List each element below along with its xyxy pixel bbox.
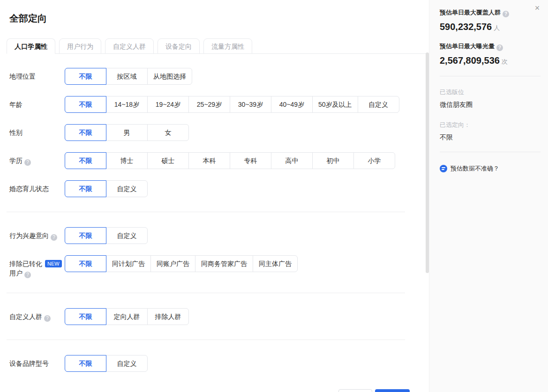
option-button[interactable]: 排除人群 (147, 308, 189, 325)
option-button[interactable]: 25~29岁 (188, 96, 230, 113)
chat-bubble-icon (440, 165, 447, 172)
help-icon[interactable]: ? (503, 11, 509, 17)
section-divider (7, 293, 405, 293)
option-button[interactable]: 不限 (65, 68, 106, 85)
row-geo-location: 地理位置 不限 按区域 从地图选择 (9, 68, 429, 85)
option-button[interactable]: 自定义 (106, 180, 148, 197)
tab-traffic-attributes[interactable]: 流量方属性 (203, 38, 252, 54)
section-divider (7, 212, 405, 212)
option-button[interactable]: 硕士 (147, 152, 189, 169)
option-button[interactable]: 40~49岁 (271, 96, 313, 113)
option-button[interactable]: 同主体广告 (253, 255, 298, 272)
close-icon[interactable]: × (532, 3, 542, 13)
row-label: 排除已转化NEW 用户? (9, 255, 65, 278)
metric-number: 2,567,809,536 (440, 55, 500, 66)
selected-targeting-label: 已选定向： (440, 121, 540, 129)
option-button[interactable]: 按区域 (106, 68, 148, 85)
option-button[interactable]: 本科 (188, 152, 230, 169)
row-custom-audience: 自定义人群? 不限 定向人群 排除人群 (9, 308, 429, 325)
option-button[interactable]: 14~18岁 (106, 96, 148, 113)
option-button[interactable]: 自定义 (106, 355, 148, 372)
option-button[interactable]: 男 (106, 124, 148, 141)
row-education: 学历? 不限 博士 硕士 本科 专科 高中 初中 小学 (9, 152, 429, 169)
metric-value: 2,567,809,536次 (440, 55, 540, 66)
row-exclude-converted: 排除已转化NEW 用户? 不限 同计划广告 同账户广告 同商务管家广告 同主体广… (9, 255, 429, 278)
section-divider (7, 340, 405, 340)
row-age: 年龄 不限 14~18岁 19~24岁 25~29岁 30~39岁 40~49岁… (9, 96, 429, 113)
device-brand-option-group: 不限 自定义 (65, 355, 148, 372)
help-icon[interactable]: ? (24, 159, 31, 166)
marital-option-group: 不限 自定义 (65, 180, 148, 197)
option-button[interactable]: 从地图选择 (147, 68, 192, 85)
option-button[interactable]: 自定义 (106, 227, 148, 244)
behavior-option-group: 不限 自定义 (65, 227, 148, 244)
option-button[interactable]: 女 (147, 124, 189, 141)
option-button[interactable]: 小学 (353, 152, 395, 169)
row-label: 婚恋育儿状态 (9, 180, 65, 197)
metric-number: 590,232,576 (440, 22, 492, 32)
option-button[interactable]: 不限 (65, 355, 106, 372)
option-button[interactable]: 不限 (65, 124, 106, 141)
row-behavior-interest: 行为兴趣意向? 不限 自定义 (9, 227, 429, 244)
metric-value: 590,232,576人 (440, 22, 540, 32)
option-button[interactable]: 高中 (271, 152, 313, 169)
metric-unit: 人 (494, 24, 500, 31)
metric-label: 预估单日最大覆盖人群? (440, 8, 540, 17)
selected-placement-value: 微信朋友圈 (440, 101, 540, 109)
metric-label-text: 预估单日最大曝光量 (440, 43, 495, 50)
row-label: 学历? (9, 152, 65, 169)
option-button[interactable]: 不限 (65, 96, 106, 113)
targeting-rows: 地理位置 不限 按区域 从地图选择 年龄 不限 14~18岁 19~24岁 25… (9, 68, 429, 372)
vertical-scrollbar[interactable] (426, 52, 429, 273)
row-label: 设备品牌型号 (9, 355, 65, 372)
coverage-metric: 预估单日最大覆盖人群? 590,232,576人 (440, 8, 540, 32)
exclude-converted-option-group: 不限 同计划广告 同账户广告 同商务管家广告 同主体广告 (65, 255, 298, 278)
geo-option-group: 不限 按区域 从地图选择 (65, 68, 192, 85)
selected-targeting-value: 不限 (440, 133, 540, 142)
sidebar-divider (440, 152, 540, 152)
metric-unit: 次 (502, 58, 508, 65)
age-option-group: 不限 14~18岁 19~24岁 25~29岁 30~39岁 40~49岁 50… (65, 96, 399, 113)
cancel-button[interactable] (338, 389, 372, 392)
selected-placement-label: 已选版位 (440, 88, 540, 96)
option-button[interactable]: 不限 (65, 227, 106, 244)
confirm-button[interactable] (375, 389, 410, 392)
option-button[interactable]: 自定义 (358, 96, 399, 113)
tab-user-behavior[interactable]: 用户行为 (59, 38, 101, 54)
help-icon[interactable]: ? (44, 315, 51, 322)
education-option-group: 不限 博士 硕士 本科 专科 高中 初中 小学 (65, 152, 395, 169)
targeting-panel: 全部定向 人口学属性 用户行为 自定义人群 设备定向 流量方属性 地理位置 不限… (0, 0, 429, 392)
help-icon[interactable]: ? (24, 272, 31, 278)
option-button[interactable]: 同商务管家广告 (195, 255, 253, 272)
estimate-feedback-link[interactable]: 预估数据不准确？ (440, 164, 540, 173)
option-button[interactable]: 50岁及以上 (312, 96, 358, 113)
option-button[interactable]: 同账户广告 (150, 255, 195, 272)
row-label-text: 自定义人群 (9, 313, 42, 320)
sidebar-divider (440, 76, 540, 76)
row-label-text: 排除已转化 (9, 260, 42, 267)
tab-device-targeting[interactable]: 设备定向 (158, 38, 200, 54)
option-button[interactable]: 19~24岁 (147, 96, 189, 113)
gender-option-group: 不限 男 女 (65, 124, 189, 141)
row-device-brand: 设备品牌型号 不限 自定义 (9, 355, 429, 372)
option-button[interactable]: 定向人群 (106, 308, 148, 325)
tab-custom-audience[interactable]: 自定义人群 (105, 38, 154, 54)
option-button[interactable]: 30~39岁 (230, 96, 271, 113)
option-button[interactable]: 不限 (65, 308, 106, 325)
feedback-text: 预估数据不准确？ (450, 164, 499, 173)
tab-demographics[interactable]: 人口学属性 (7, 38, 55, 54)
option-button[interactable]: 不限 (65, 152, 106, 169)
help-icon[interactable]: ? (496, 44, 503, 51)
row-label: 地理位置 (9, 68, 65, 85)
option-button[interactable]: 博士 (106, 152, 148, 169)
metric-label-text: 预估单日最大覆盖人群 (440, 9, 501, 16)
option-button[interactable]: 专科 (230, 152, 271, 169)
tab-bar: 人口学属性 用户行为 自定义人群 设备定向 流量方属性 (7, 38, 429, 54)
option-button[interactable]: 同计划广告 (106, 255, 151, 272)
row-gender: 性别 不限 男 女 (9, 124, 429, 141)
option-button[interactable]: 初中 (312, 152, 354, 169)
row-label-text: 用户 (9, 269, 23, 277)
option-button[interactable]: 不限 (65, 255, 106, 272)
option-button[interactable]: 不限 (65, 180, 106, 197)
help-icon[interactable]: ? (51, 234, 57, 241)
